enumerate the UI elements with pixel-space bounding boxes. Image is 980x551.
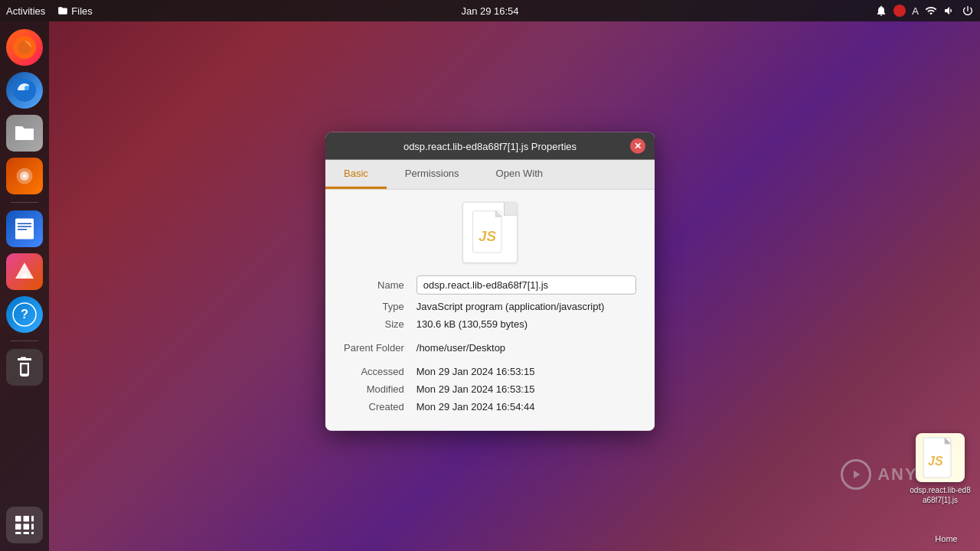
dialog-content: JS Name Type JavaScript program (applica… (325, 190, 655, 431)
modified-label: Modified (344, 383, 407, 395)
dialog-tabs: Basic Permissions Open With (325, 160, 655, 190)
modified-value: Mon 29 Jan 2024 16:53:15 (416, 383, 636, 395)
type-value: JavaScript program (application/javascri… (416, 301, 636, 312)
dialog-close-button[interactable]: ✕ (630, 139, 645, 154)
properties-dialog: odsp.react.lib-ed8a68f7[1].js Properties… (325, 132, 655, 431)
desktop: Activities Files Jan 29 16:54 A (0, 0, 980, 551)
tab-permissions[interactable]: Permissions (387, 160, 478, 189)
name-input[interactable] (416, 276, 636, 295)
created-label: Created (344, 401, 407, 412)
name-label: Name (344, 279, 407, 291)
size-value: 130.6 kB (130,559 bytes) (416, 318, 636, 330)
type-label: Type (344, 301, 407, 312)
dialog-file-icon-area: JS (344, 202, 636, 263)
dialog-file-icon-img: JS (462, 202, 518, 263)
svg-text:JS: JS (479, 228, 496, 244)
parent-folder-label: Parent Folder (344, 342, 407, 354)
accessed-value: Mon 29 Jan 2024 16:53:15 (416, 366, 636, 377)
dialog-title: odsp.react.lib-ed8a68f7[1].js Properties (350, 140, 630, 152)
dialog-titlebar: odsp.react.lib-ed8a68f7[1].js Properties… (325, 132, 655, 160)
created-value: Mon 29 Jan 2024 16:54:44 (416, 401, 636, 412)
accessed-label: Accessed (344, 366, 407, 377)
properties-grid: Name Type JavaScript program (applicatio… (344, 276, 636, 412)
size-label: Size (344, 318, 407, 330)
dialog-js-file-icon: JS (470, 210, 510, 256)
parent-folder-value: /home/user/Desktop (416, 342, 636, 354)
dialog-overlay: odsp.react.lib-ed8a68f7[1].js Properties… (0, 0, 980, 551)
tab-open-with[interactable]: Open With (478, 160, 561, 189)
tab-basic[interactable]: Basic (325, 160, 387, 189)
